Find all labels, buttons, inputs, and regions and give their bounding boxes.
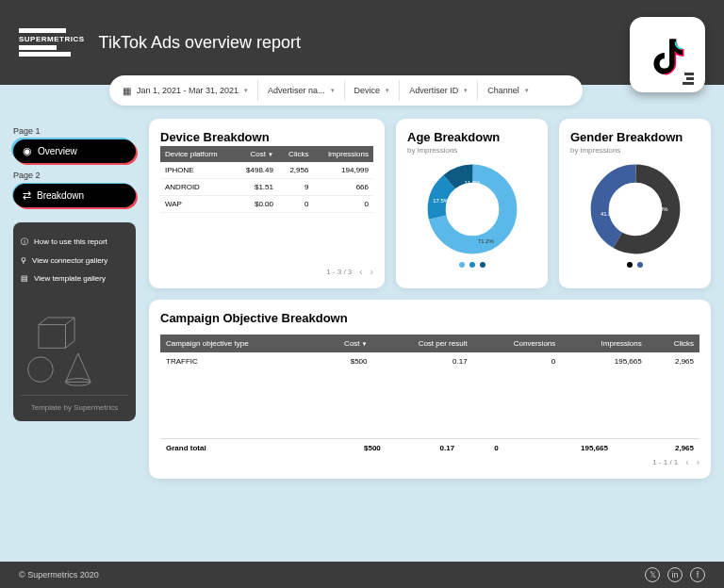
calendar-icon: ▦ — [123, 86, 131, 96]
table-header: Device platform Cost▼ Clicks Impressions — [160, 146, 373, 162]
filter-advertiser-id[interactable]: Advertiser ID▾ — [400, 80, 478, 101]
svg-text:71.2%: 71.2% — [477, 238, 494, 244]
age-donut-chart: 11.3% 17.5% 71.2% — [425, 162, 519, 256]
plug-icon: ⚲ — [21, 256, 26, 265]
help-template[interactable]: ▤View template gallery — [21, 270, 128, 287]
age-breakdown-card: Age Breakdown by impressions 11.3% 17.5%… — [396, 119, 548, 288]
card-subtitle: by impressions — [407, 146, 536, 155]
svg-line-1 — [39, 318, 48, 325]
next-page[interactable]: › — [370, 267, 373, 277]
svg-text:11.3%: 11.3% — [464, 180, 481, 186]
linkedin-icon[interactable]: in — [667, 567, 683, 582]
social-links: 𝕏 in f — [645, 567, 705, 582]
chevron-down-icon: ▾ — [331, 87, 335, 94]
twitter-icon[interactable]: 𝕏 — [645, 567, 660, 582]
card-title: Age Breakdown — [407, 130, 536, 144]
footer: © Supermetrics 2020 𝕏 in f — [0, 562, 724, 588]
info-icon: ⓘ — [21, 237, 28, 247]
device-breakdown-card: Device Breakdown Device platform Cost▼ C… — [149, 119, 385, 288]
gender-donut-chart: 41.8% 58.2% — [588, 162, 683, 256]
legend-dots — [407, 262, 536, 268]
decorative-shapes — [21, 316, 128, 391]
gender-breakdown-card: Gender Breakdown by impressions 41.8% 58… — [559, 119, 711, 288]
sidebar: Page 1 ◉Overview Page 2 ⇄Breakdown ⓘHow … — [13, 119, 136, 479]
chevron-down-icon: ▾ — [464, 87, 468, 94]
device-pager: 1 - 3 / 3‹› — [160, 267, 373, 277]
device-table: Device platform Cost▼ Clicks Impressions… — [160, 146, 373, 213]
svg-text:17.5%: 17.5% — [433, 198, 450, 204]
table-row: WAP$0.0000 — [160, 196, 373, 213]
copyright: © Supermetrics 2020 — [19, 570, 99, 580]
filter-date-range[interactable]: ▦Jan 1, 2021 - Mar 31, 2021▾ — [113, 80, 258, 101]
chevron-down-icon: ▾ — [244, 87, 248, 94]
prev-page[interactable]: ‹ — [685, 457, 688, 467]
svg-text:58.2%: 58.2% — [651, 206, 668, 212]
svg-line-5 — [66, 341, 75, 349]
svg-text:41.8%: 41.8% — [601, 211, 617, 217]
card-subtitle: by impressions — [570, 146, 699, 155]
filter-channel[interactable]: Channel▾ — [478, 80, 538, 101]
filter-advertiser-name[interactable]: Advertiser na...▾ — [258, 80, 345, 101]
table-row: TRAFFIC$5000.170195,6652,965 — [160, 352, 699, 370]
help-howto[interactable]: ⓘHow to use this report — [21, 232, 128, 252]
campaign-total: Grand total$5000.170195,6652,965 — [160, 438, 699, 457]
legend-dots — [570, 262, 699, 268]
overview-icon: ◉ — [23, 145, 32, 157]
page2-label: Page 2 — [13, 171, 136, 180]
table-row: IPHONE$498.492,956194,999 — [160, 162, 373, 179]
table-row: ANDROID$1.519666 — [160, 179, 373, 196]
help-connector[interactable]: ⚲View connector gallery — [21, 252, 128, 270]
campaign-breakdown-card: Campaign Objective Breakdown Campaign ob… — [149, 300, 711, 479]
svg-rect-0 — [39, 325, 66, 349]
svg-point-6 — [28, 357, 54, 383]
card-title: Device Breakdown — [160, 130, 373, 144]
nav-breakdown[interactable]: ⇄Breakdown — [13, 184, 136, 207]
card-title: Campaign Objective Breakdown — [160, 311, 699, 325]
main-content: Device Breakdown Device platform Cost▼ C… — [149, 119, 711, 479]
template-by: Template by Supermetrics — [21, 395, 128, 412]
campaign-table: Campaign objective type Cost▼ Cost per r… — [160, 335, 699, 370]
table-header: Campaign objective type Cost▼ Cost per r… — [160, 335, 699, 352]
header: SUPERMETRICS TikTok Ads overview report — [0, 0, 724, 85]
filter-bar: ▦Jan 1, 2021 - Mar 31, 2021▾ Advertiser … — [109, 75, 583, 106]
breakdown-icon: ⇄ — [23, 189, 31, 202]
nav-overview[interactable]: ◉Overview — [13, 139, 136, 163]
chevron-down-icon: ▾ — [386, 87, 389, 94]
chevron-down-icon: ▾ — [525, 87, 529, 94]
page-title: TikTok Ads overview report — [99, 33, 301, 53]
prev-page[interactable]: ‹ — [359, 267, 362, 277]
next-page[interactable]: › — [697, 457, 699, 467]
sort-desc-icon[interactable]: ▼ — [268, 152, 273, 157]
help-box: ⓘHow to use this report ⚲View connector … — [13, 222, 136, 421]
facebook-icon[interactable]: f — [690, 567, 705, 582]
brand-logo: SUPERMETRICS — [19, 28, 85, 57]
grid-icon: ▤ — [21, 274, 28, 283]
page1-label: Page 1 — [13, 126, 136, 136]
svg-line-2 — [66, 318, 75, 325]
campaign-pager: 1 - 1 / 1‹› — [160, 457, 699, 467]
sort-desc-icon[interactable]: ▼ — [362, 341, 368, 347]
filter-device[interactable]: Device▾ — [345, 80, 401, 101]
tiktok-icon — [630, 17, 705, 92]
card-title: Gender Breakdown — [570, 130, 699, 144]
grand-total-row: Grand total$5000.170195,6652,965 — [160, 439, 699, 458]
